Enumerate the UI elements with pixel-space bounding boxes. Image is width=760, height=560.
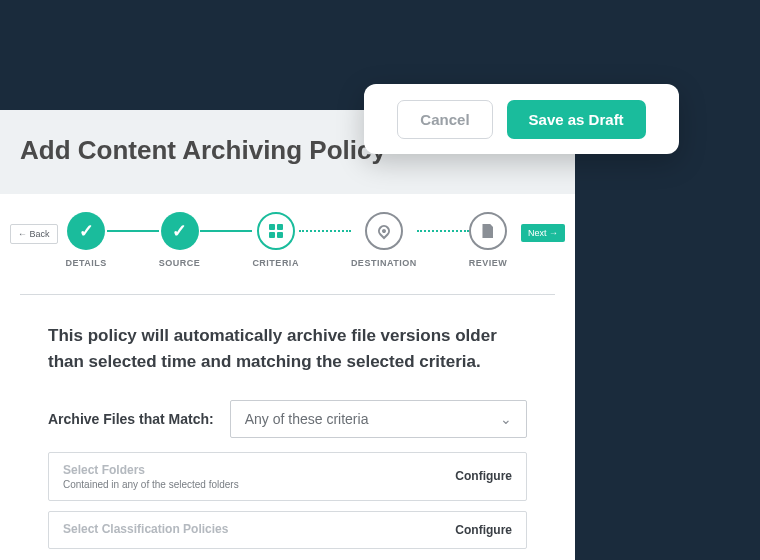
criteria-card-folders: Select Folders Contained in any of the s… xyxy=(48,452,527,501)
policy-description: This policy will automatically archive f… xyxy=(0,295,575,400)
step-details[interactable]: ✓ DETAILS xyxy=(66,212,107,268)
criteria-subtitle: Contained in any of the selected folders xyxy=(63,479,239,490)
save-draft-button[interactable]: Save as Draft xyxy=(507,100,646,139)
configure-button[interactable]: Configure xyxy=(455,523,512,537)
criteria-info: Select Folders Contained in any of the s… xyxy=(63,463,239,490)
grid-icon xyxy=(257,212,295,250)
stepper-connector xyxy=(107,230,159,232)
check-icon: ✓ xyxy=(67,212,105,250)
stepper: ← Back ✓ DETAILS ✓ SOURCE CRITERIA DES xyxy=(0,194,575,276)
match-criteria-select[interactable]: Any of these criteria ⌄ xyxy=(230,400,527,438)
criteria-info: Select Classification Policies xyxy=(63,522,228,538)
step-destination[interactable]: DESTINATION xyxy=(351,212,417,268)
criteria-title: Select Folders xyxy=(63,463,239,477)
check-icon: ✓ xyxy=(161,212,199,250)
step-label: SOURCE xyxy=(159,258,201,268)
step-criteria[interactable]: CRITERIA xyxy=(252,212,299,268)
back-button[interactable]: ← Back xyxy=(10,224,58,244)
select-value: Any of these criteria xyxy=(245,411,369,427)
chevron-down-icon: ⌄ xyxy=(500,411,512,427)
policy-panel: Add Content Archiving Policy ← Back ✓ DE… xyxy=(0,110,575,560)
criteria-card-classification: Select Classification Policies Configure xyxy=(48,511,527,549)
step-label: DETAILS xyxy=(66,258,107,268)
step-label: DESTINATION xyxy=(351,258,417,268)
step-review[interactable]: REVIEW xyxy=(469,212,508,268)
step-label: CRITERIA xyxy=(252,258,299,268)
document-icon xyxy=(469,212,507,250)
steps-row: ✓ DETAILS ✓ SOURCE CRITERIA DESTINATION xyxy=(66,212,513,268)
step-label: REVIEW xyxy=(469,258,508,268)
step-source[interactable]: ✓ SOURCE xyxy=(159,212,201,268)
match-label: Archive Files that Match: xyxy=(48,411,214,427)
criteria-title: Select Classification Policies xyxy=(63,522,228,536)
stepper-connector xyxy=(200,230,252,232)
pin-icon xyxy=(365,212,403,250)
next-button[interactable]: Next → xyxy=(521,224,565,242)
stepper-connector xyxy=(299,230,351,232)
match-row: Archive Files that Match: Any of these c… xyxy=(0,400,575,452)
action-card: Cancel Save as Draft xyxy=(364,84,679,154)
configure-button[interactable]: Configure xyxy=(455,469,512,483)
cancel-button[interactable]: Cancel xyxy=(397,100,492,139)
stepper-connector xyxy=(417,230,469,232)
